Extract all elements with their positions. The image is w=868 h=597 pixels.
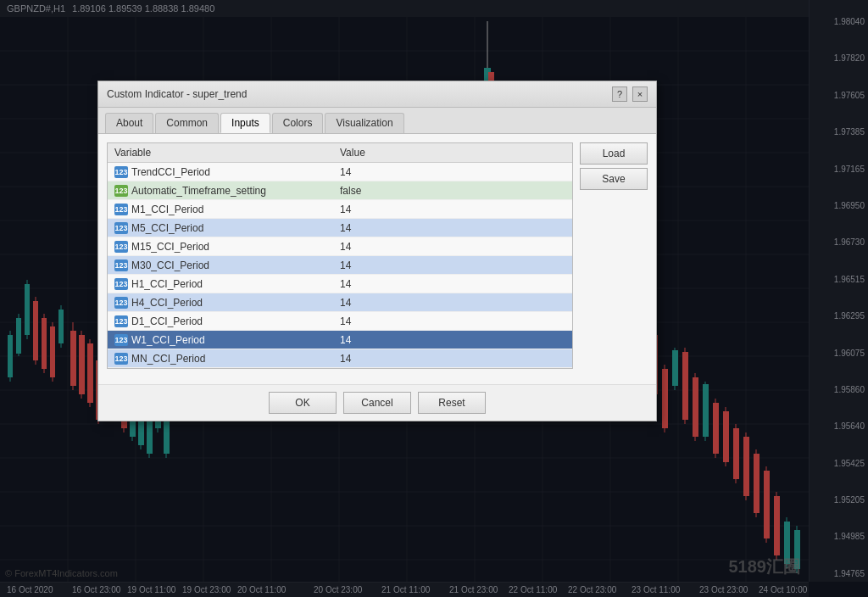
help-button[interactable]: ? [612, 86, 627, 102]
save-button[interactable]: Save [580, 168, 648, 190]
var-icon-blue: 123 [114, 334, 128, 346]
var-name: M15_CCI_Period [131, 241, 209, 253]
var-name: M5_CCI_Period [131, 222, 203, 234]
load-button[interactable]: Load [580, 142, 648, 165]
var-icon-green: 123 [114, 185, 128, 197]
table-row[interactable]: 123 M15_CCI_Period 14 [108, 237, 572, 256]
row-var: 123 M30_CCI_Period [114, 259, 340, 271]
row-value: 14 [340, 334, 565, 346]
reset-button[interactable]: Reset [418, 392, 486, 414]
row-var: 123 W1_CCI_Period [114, 334, 340, 346]
col-variable-header: Variable [114, 147, 340, 159]
var-icon-blue: 123 [114, 297, 128, 309]
var-name: M30_CCI_Period [131, 259, 209, 271]
table-wrapper: Variable Value 123 TrendCCI_Period 14 [107, 142, 573, 376]
var-icon-blue: 123 [114, 278, 128, 290]
row-var: 123 M1_CCI_Period [114, 204, 340, 215]
col-value-header: Value [340, 147, 565, 159]
var-icon-blue: 123 [114, 315, 128, 327]
variables-table: Variable Value 123 TrendCCI_Period 14 [107, 142, 573, 369]
tab-common[interactable]: Common [155, 113, 219, 133]
row-var: 123 M5_CCI_Period [114, 222, 340, 234]
row-value: 14 [340, 259, 565, 271]
cancel-button[interactable]: Cancel [343, 392, 411, 414]
var-name: TrendCCI_Period [131, 166, 210, 178]
ok-button[interactable]: OK [269, 392, 337, 414]
dialog-controls: ? × [612, 86, 648, 102]
tab-colors[interactable]: Colors [272, 113, 324, 133]
row-var: 123 H4_CCI_Period [114, 297, 340, 309]
var-name: H4_CCI_Period [131, 297, 203, 309]
row-value: 14 [340, 241, 565, 253]
var-name: M1_CCI_Period [131, 204, 203, 215]
close-button[interactable]: × [632, 86, 648, 102]
tab-visualization[interactable]: Visualization [325, 113, 403, 133]
custom-indicator-dialog: Custom Indicator - super_trend ? × About… [97, 81, 657, 421]
var-name: MN_CCI_Period [131, 353, 205, 365]
dialog-tabs: About Common Inputs Colors Visualization [98, 108, 656, 134]
var-icon-blue: 123 [114, 222, 128, 234]
var-name: W1_CCI_Period [131, 334, 205, 346]
table-header: Variable Value [108, 143, 572, 163]
table-row[interactable]: 123 MN_CCI_Period 14 [108, 349, 572, 368]
var-icon-blue: 123 [114, 259, 128, 271]
table-row[interactable]: 123 H4_CCI_Period 14 [108, 293, 572, 312]
tab-inputs[interactable]: Inputs [220, 113, 270, 133]
table-row[interactable]: 123 TrendCCI_Period 14 [108, 163, 572, 181]
table-row[interactable]: 123 H1_CCI_Period 14 [108, 275, 572, 293]
row-value: 14 [340, 166, 565, 178]
row-value: 14 [340, 353, 565, 365]
table-row[interactable]: 123 M1_CCI_Period 14 [108, 200, 572, 219]
table-row-selected[interactable]: 123 W1_CCI_Period 14 [108, 331, 572, 349]
side-buttons: Load Save [580, 142, 648, 376]
row-value: 14 [340, 315, 565, 327]
dialog-titlebar: Custom Indicator - super_trend ? × [98, 81, 656, 108]
row-value: 14 [340, 278, 565, 290]
row-var: 123 H1_CCI_Period [114, 278, 340, 290]
table-row[interactable]: 123 M5_CCI_Period 14 [108, 219, 572, 237]
row-value: 14 [340, 297, 565, 309]
dialog-content: Variable Value 123 TrendCCI_Period 14 [98, 134, 656, 384]
var-icon-blue: 123 [114, 166, 128, 178]
var-icon-blue: 123 [114, 204, 128, 215]
content-with-side: Variable Value 123 TrendCCI_Period 14 [107, 142, 648, 376]
table-row[interactable]: 123 Automatic_Timeframe_setting false [108, 181, 572, 200]
row-var: 123 MN_CCI_Period [114, 353, 340, 365]
row-var: 123 M15_CCI_Period [114, 241, 340, 253]
var-icon-blue: 123 [114, 353, 128, 365]
tab-about[interactable]: About [105, 113, 153, 133]
row-var: 123 TrendCCI_Period [114, 166, 340, 178]
row-value: 14 [340, 204, 565, 215]
row-value: false [340, 185, 565, 197]
var-name: Automatic_Timeframe_setting [131, 185, 266, 197]
dialog-footer: OK Cancel Reset [98, 384, 656, 421]
var-icon-blue: 123 [114, 241, 128, 253]
var-name: D1_CCI_Period [131, 315, 203, 327]
row-var: 123 Automatic_Timeframe_setting [114, 185, 340, 197]
table-row[interactable]: 123 M30_CCI_Period 14 [108, 256, 572, 275]
row-var: 123 D1_CCI_Period [114, 315, 340, 327]
dialog-title: Custom Indicator - super_trend [107, 88, 247, 100]
table-row[interactable]: 123 D1_CCI_Period 14 [108, 312, 572, 331]
var-name: H1_CCI_Period [131, 278, 203, 290]
row-value: 14 [340, 222, 565, 234]
